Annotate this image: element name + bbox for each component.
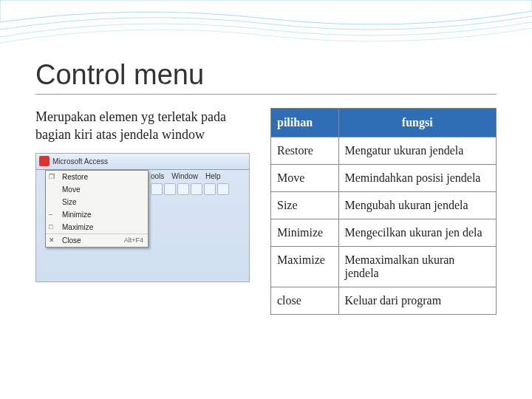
app-icon [39,156,50,166]
menu-item: Move [46,183,148,196]
description-text: Merupakan elemen yg terletak pada bagian… [35,108,250,144]
menu-item: □Maximize [46,221,148,233]
table-row: MinimizeMengecilkan ukuran jen dela [271,219,497,247]
menu-item: ✕CloseAlt+F4 [46,233,148,247]
control-menu-popup: ❐RestoreMoveSize–Minimize□Maximize✕Close… [45,170,149,248]
menubar: ools Window Help [151,170,221,183]
table-row: closeKeluar dari program [271,287,497,315]
function-table: pilihan fungsi RestoreMengatur ukuran je… [270,108,497,315]
table-row: MaximizeMemaximalkan ukuran jendela [271,247,497,287]
app-title: Microsoft Access [52,157,108,166]
menu-item: Size [46,196,148,208]
table-row: SizeMengubah ukuran jendela [271,192,497,219]
table-row: RestoreMengatur ukuran jendela [271,137,497,165]
menu-item: ❐Restore [46,171,148,183]
th-pilihan: pilihan [271,109,339,137]
th-fungsi: fungsi [338,109,497,137]
table-row: MoveMemindahkan posisi jendela [271,165,497,192]
menu-item: –Minimize [46,208,148,221]
toolbar [151,183,229,195]
slide-title: Control menu [35,59,497,95]
screenshot-control-menu: Microsoft Access ools Window Help ❐Resto… [35,153,250,282]
